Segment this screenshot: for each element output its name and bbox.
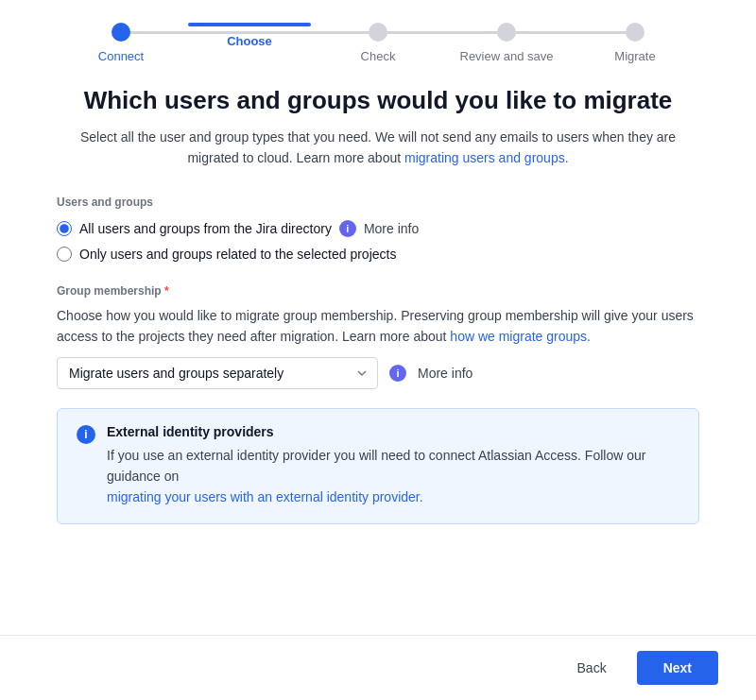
group-membership-desc: Choose how you would like to migrate gro…	[57, 305, 699, 348]
back-button[interactable]: Back	[558, 653, 626, 683]
step-check-dot	[369, 23, 387, 42]
step-review: Review and save	[442, 23, 571, 63]
dropdown-row: Migrate users and groups separately Migr…	[57, 357, 699, 389]
step-choose-label: Choose	[227, 34, 272, 48]
step-check-label: Check	[361, 49, 396, 63]
group-membership-dropdown[interactable]: Migrate users and groups separately Migr…	[57, 357, 378, 389]
page-subtext-text: Select all the user and group types that…	[80, 129, 676, 165]
page-subtext: Select all the user and group types that…	[57, 127, 699, 169]
step-choose: Choose	[185, 23, 314, 48]
step-connect: Connect	[57, 23, 185, 63]
step-connect-label: Connect	[98, 49, 144, 63]
step-connect-dot	[112, 23, 130, 42]
main-content: Which users and groups would you like to…	[0, 67, 756, 635]
radio-selected-label[interactable]: Only users and groups related to the sel…	[79, 247, 396, 262]
required-star: *	[162, 284, 169, 298]
next-button[interactable]: Next	[637, 651, 718, 685]
step-migrate: Migrate	[571, 23, 699, 63]
users-groups-label: Users and groups	[57, 196, 699, 209]
all-more-info-link[interactable]: More info	[364, 221, 419, 236]
group-membership-section: Group membership * Choose how you would …	[57, 284, 699, 389]
step-migrate-dot	[626, 23, 644, 42]
info-box: i External identity providers If you use…	[57, 408, 699, 524]
stepper: Connect Choose Check Review and save Mig…	[0, 0, 756, 67]
migrating-link[interactable]: migrating users and groups.	[404, 150, 569, 165]
footer: Back Next	[0, 635, 756, 700]
info-box-body: If you use an external identity provider…	[107, 445, 679, 508]
step-review-dot	[497, 23, 516, 42]
page-heading: Which users and groups would you like to…	[57, 86, 699, 115]
step-migrate-label: Migrate	[614, 49, 655, 63]
info-box-title: External identity providers	[107, 424, 679, 439]
radio-group: All users and groups from the Jira direc…	[57, 220, 699, 262]
how-migrate-link[interactable]: how we migrate groups.	[450, 329, 591, 344]
step-review-label: Review and save	[460, 49, 554, 63]
step-check: Check	[314, 23, 442, 63]
identity-provider-link[interactable]: migrating your users with an external id…	[107, 489, 423, 504]
radio-selected-input[interactable]	[57, 247, 72, 262]
users-groups-section: Users and groups All users and groups fr…	[57, 196, 699, 262]
group-membership-label: Group membership *	[57, 284, 699, 298]
dropdown-more-info-link[interactable]: More info	[418, 366, 472, 381]
radio-option-all: All users and groups from the Jira direc…	[57, 220, 699, 237]
step-choose-bar	[188, 23, 311, 26]
all-info-icon: i	[339, 220, 356, 237]
info-box-content: External identity providers If you use a…	[107, 424, 679, 508]
info-box-icon: i	[77, 425, 95, 444]
dropdown-info-icon: i	[389, 365, 406, 382]
radio-all-input[interactable]	[57, 221, 72, 236]
radio-option-selected: Only users and groups related to the sel…	[57, 247, 699, 262]
radio-all-label[interactable]: All users and groups from the Jira direc…	[79, 221, 332, 236]
